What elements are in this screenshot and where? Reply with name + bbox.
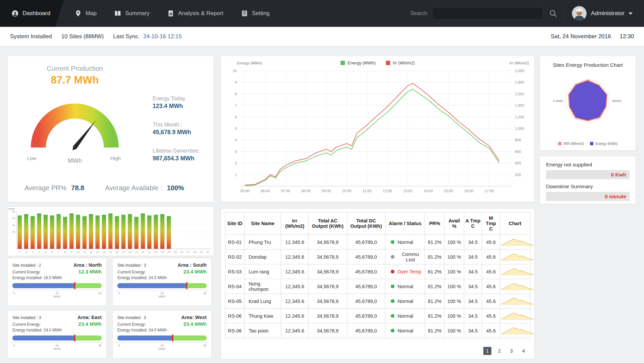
cell-m-tmp: 45.6 <box>482 264 500 279</box>
avg-pr-value: 78.8 <box>71 184 84 192</box>
energy-installed-label: Energy Installed: 16.0 MWh <box>12 275 102 280</box>
top-nav: Dashboard Map Summary Analysis & Report … <box>0 0 644 27</box>
cell-a-tmp: 34.5 <box>464 279 482 294</box>
svg-text:3: 3 <box>32 251 34 254</box>
area-card-0: Site Installed : 2Area : NorthCurrent En… <box>7 258 107 306</box>
table-row[interactable]: RS-05Krad Lung12,345.634,5678,945,6789,0… <box>225 294 530 309</box>
column-header: Chart <box>500 212 530 235</box>
avg-available-value: 100% <box>167 184 184 192</box>
svg-text:22: 22 <box>154 251 157 254</box>
area-label: Area: East <box>77 315 102 320</box>
cell-site-id: RS-06 <box>225 323 245 338</box>
table-row[interactable]: RS-06Thung Kaw12,345.634,5678,945,6789,0… <box>225 309 530 323</box>
column-header: Site Name <box>245 212 281 235</box>
cell-avail: 100 % <box>444 264 464 279</box>
cell-site-name: Donslap <box>245 250 281 264</box>
radar-legend-energy: Energy (KWh) <box>590 142 618 146</box>
row-sparkline <box>501 296 534 305</box>
svg-text:30: 30 <box>206 251 209 254</box>
cell-pr: 81.2% <box>425 250 444 264</box>
svg-text:15:00: 15:00 <box>444 189 453 193</box>
daily-production-bar-chart: 55453525MWh12345678910111213141516171819… <box>8 207 214 256</box>
current-date: Sat, 24 November 2016 <box>551 33 611 40</box>
cell-site-name: Tao poon <box>245 323 281 338</box>
page-button-1[interactable]: 1 <box>483 347 491 355</box>
cell-avail: 100 % <box>444 250 464 264</box>
sites-count: 10 Sites (88MW) <box>61 33 104 40</box>
search-icon[interactable] <box>549 9 557 18</box>
cell-chart <box>500 294 530 309</box>
cell-m-tmp: 45.6 <box>482 309 500 323</box>
energy-not-supplied-panel: Energy not supplied 0 Kwh Downtime Summa… <box>540 156 636 204</box>
page-button-4[interactable]: 4 <box>520 347 528 355</box>
cell-chart <box>500 323 530 338</box>
cell-total-ac: 34,5678,9 <box>309 279 347 294</box>
nav-divider <box>564 6 565 21</box>
svg-text:19: 19 <box>135 251 138 254</box>
avatar[interactable] <box>572 6 587 21</box>
radar-legend-irr-swatch <box>558 142 561 145</box>
svg-text:2,000: 2,000 <box>515 69 524 73</box>
svg-text:10: 10 <box>233 69 237 73</box>
cell-site-id: RS-01 <box>225 235 245 250</box>
svg-text:1,800: 1,800 <box>515 80 524 84</box>
column-header: Total DC Output (KWh) <box>347 212 385 235</box>
column-header: A Tmp C <box>464 212 482 235</box>
cell-a-tmp: 34.5 <box>464 294 482 309</box>
cell-total-ac: 34,5678,9 <box>309 264 347 279</box>
page-button-2[interactable]: 2 <box>495 347 503 355</box>
nav-item-map[interactable]: Map <box>66 0 105 27</box>
svg-text:6: 6 <box>235 115 237 119</box>
cell-total-dc: 45,6789,0 <box>347 294 385 309</box>
downtime-summary-value: 0 minute <box>546 192 630 201</box>
cell-irr: 12,345.6 <box>281 250 309 264</box>
report-chart-icon <box>167 10 174 17</box>
nav-item-analysis-report[interactable]: Analysis & Report <box>158 0 232 27</box>
area-progress-bar <box>12 283 102 288</box>
svg-text:13: 13 <box>96 251 99 254</box>
user-menu[interactable]: Administrator <box>591 10 625 17</box>
area-progress-fill <box>117 335 173 341</box>
status-text: Normal <box>397 313 413 319</box>
sites-table: Site IDSite NameIrr (Wh/m2)Total AC Outp… <box>225 212 530 338</box>
area-card-2: Site Installed : 3Area: EastCurrent Ener… <box>7 310 107 358</box>
svg-text:16:00: 16:00 <box>464 189 474 193</box>
nav-item-setting[interactable]: Setting <box>232 0 278 27</box>
status-dot <box>391 314 394 318</box>
subheader: System Installed 10 Sites (88MW) Last Sy… <box>0 27 644 46</box>
column-header: Total AC Outpot (KWh) <box>309 212 347 235</box>
current-energy-label: Current Energy: <box>12 270 41 274</box>
nav-item-summary[interactable]: Summary <box>105 0 158 27</box>
cell-total-ac: 34,5678,9 <box>309 250 347 264</box>
svg-text:11: 11 <box>83 251 86 254</box>
svg-text:18: 18 <box>128 251 131 254</box>
production-gauge <box>21 91 128 159</box>
current-energy-value: 12.3 MWh <box>78 269 102 274</box>
svg-text:08:00: 08:00 <box>301 189 311 193</box>
svg-text:27: 27 <box>187 251 190 254</box>
nav-item-dashboard[interactable]: Dashboard <box>0 0 64 27</box>
row-sparkline <box>501 266 534 276</box>
sites-energy-radar-panel: Sites Energy Production Chart 8 MWh8MWh … <box>540 56 636 151</box>
cell-pr: 81.2% <box>425 279 444 294</box>
search-input[interactable] <box>432 7 543 20</box>
nav-label: Summary <box>125 10 150 17</box>
page-button-3[interactable]: 3 <box>507 347 516 355</box>
status-dot <box>391 299 394 303</box>
column-header: Site ID <box>225 212 245 235</box>
svg-text:8: 8 <box>235 92 237 96</box>
column-header: PR% <box>425 212 444 235</box>
table-row[interactable]: RS-01Phung Tru12,345.634,5678,945,6789,0… <box>225 235 530 250</box>
table-row[interactable]: RS-06Tao poon12,345.634,5678,945,6789,0N… <box>225 323 530 338</box>
area-scale-unit: MWh <box>12 347 102 351</box>
legend-energy-swatch <box>340 61 345 65</box>
svg-text:15: 15 <box>109 251 112 254</box>
chevron-down-icon[interactable] <box>629 12 633 15</box>
table-row[interactable]: RS-02Donslap12,345.634,5678,945,6789,0Co… <box>225 250 530 264</box>
table-row[interactable]: RS-03Lum rang12,345.634,5678,945,6789,0O… <box>225 264 530 279</box>
svg-text:3: 3 <box>235 150 237 154</box>
row-sparkline <box>501 325 534 335</box>
table-row[interactable]: RS-04Nong chumpon12,345.634,5678,945,678… <box>225 279 530 294</box>
gauge-unit-label: MWh <box>8 157 142 164</box>
cell-total-dc: 45,6789,0 <box>347 309 385 323</box>
